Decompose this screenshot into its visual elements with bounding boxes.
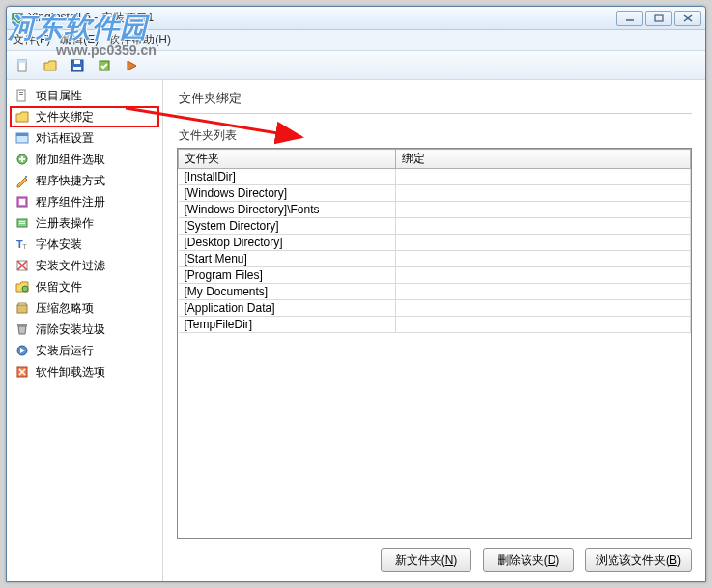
table-row[interactable]: [Windows Directory]\Fonts <box>179 202 691 218</box>
cell-folder: [Program Files] <box>179 267 396 284</box>
svg-rect-17 <box>16 133 28 136</box>
table-row[interactable]: [Windows Directory] <box>179 185 691 202</box>
sidebar-item-7[interactable]: TT字体安装 <box>11 235 158 254</box>
svg-rect-13 <box>17 90 25 101</box>
table-row[interactable]: [Start Menu] <box>179 251 691 267</box>
svg-rect-21 <box>25 176 27 178</box>
sidebar-item-icon <box>14 152 30 167</box>
sidebar-item-icon <box>14 194 30 210</box>
cell-binding <box>396 185 691 202</box>
table-row[interactable]: [TempFileDir] <box>179 317 691 333</box>
sidebar-item-label: 保留文件 <box>36 279 82 295</box>
sidebar-item-icon <box>14 300 30 316</box>
sidebar-item-label: 程序快捷方式 <box>36 173 105 189</box>
toolbar-run-icon[interactable] <box>121 55 142 76</box>
svg-rect-31 <box>17 324 27 326</box>
sidebar-item-label: 项目属性 <box>36 88 82 104</box>
sidebar-item-4[interactable]: 程序快捷方式 <box>11 171 158 190</box>
folder-table[interactable]: 文件夹 绑定 [InstallDir][Windows Directory][W… <box>177 148 692 539</box>
sidebar-item-icon: TT <box>14 237 30 252</box>
sidebar-item-13[interactable]: 软件卸载选项 <box>11 362 158 381</box>
list-label: 文件夹列表 <box>177 127 692 144</box>
cell-folder: [TempFileDir] <box>179 317 396 333</box>
cell-binding <box>396 251 691 267</box>
table-row[interactable]: [Application Data] <box>179 300 691 317</box>
table-row[interactable]: [Program Files] <box>179 267 691 284</box>
delete-folder-button[interactable]: 删除该夹(D) <box>483 548 574 572</box>
sidebar-item-1[interactable]: 文件夹绑定 <box>11 107 158 126</box>
svg-rect-7 <box>18 60 26 63</box>
browse-folder-button[interactable]: 浏览该文件夹(B) <box>585 548 692 572</box>
svg-rect-23 <box>19 199 25 205</box>
cell-binding <box>396 317 691 333</box>
toolbar-save-icon[interactable] <box>67 55 88 76</box>
toolbar-build-icon[interactable] <box>94 55 115 76</box>
sidebar-item-10[interactable]: 压缩忽略项 <box>11 298 158 318</box>
button-row: 新文件夹(N) 删除该夹(D) 浏览该文件夹(B) <box>177 539 692 572</box>
sidebar-item-12[interactable]: 安装后运行 <box>11 341 158 360</box>
sidebar-item-icon <box>14 258 30 273</box>
menu-edit[interactable]: 编辑(E) <box>60 32 99 48</box>
svg-rect-26 <box>19 223 25 224</box>
menu-file[interactable]: 文件(F) <box>13 32 50 48</box>
sidebar-item-icon <box>14 364 30 379</box>
sidebar-item-11[interactable]: 清除安装垃圾 <box>11 320 158 339</box>
sidebar-item-label: 清除安装垃圾 <box>36 322 105 338</box>
toolbar <box>7 51 705 80</box>
cell-folder: [My Documents] <box>179 284 396 300</box>
sidebar-item-9[interactable]: 保留文件 <box>11 277 158 296</box>
sidebar-item-icon <box>14 130 30 146</box>
svg-text:T: T <box>22 242 27 251</box>
toolbar-new-icon[interactable] <box>13 55 34 76</box>
toolbar-open-icon[interactable] <box>40 55 61 76</box>
svg-point-29 <box>22 286 28 292</box>
main-panel: 文件夹绑定 文件夹列表 文件夹 绑定 [InstallDir][Windows … <box>163 80 705 581</box>
col-folder[interactable]: 文件夹 <box>179 150 396 169</box>
sidebar-item-2[interactable]: 对话框设置 <box>11 128 158 148</box>
sidebar-item-0[interactable]: 项目属性 <box>11 86 158 105</box>
titlebar[interactable]: YingInstall 6 - 安装项目1 <box>7 7 705 30</box>
sidebar-item-icon <box>14 109 30 125</box>
cell-binding <box>396 300 691 317</box>
svg-rect-15 <box>19 94 23 95</box>
table-row[interactable]: [Desktop Directory] <box>179 235 691 251</box>
new-folder-button[interactable]: 新文件夹(N) <box>381 548 471 572</box>
cell-binding <box>396 267 691 284</box>
sidebar-item-icon <box>14 88 30 103</box>
sidebar-item-label: 安装后运行 <box>36 343 94 359</box>
page-title: 文件夹绑定 <box>177 90 692 113</box>
sidebar-item-label: 程序组件注册 <box>36 194 105 210</box>
table-row[interactable]: [System Directory] <box>179 218 691 235</box>
svg-rect-1 <box>14 14 21 16</box>
sidebar: 项目属性文件夹绑定对话框设置附加组件选取程序快捷方式程序组件注册注册表操作TT字… <box>7 80 163 581</box>
minimize-button[interactable] <box>616 11 643 26</box>
sidebar-item-3[interactable]: 附加组件选取 <box>11 150 158 169</box>
sidebar-item-icon <box>14 279 30 294</box>
col-binding[interactable]: 绑定 <box>396 150 691 169</box>
svg-rect-14 <box>19 92 23 93</box>
cell-folder: [System Directory] <box>179 218 396 235</box>
sidebar-item-icon <box>14 173 30 188</box>
maximize-button[interactable] <box>645 11 672 26</box>
sidebar-item-label: 软件卸载选项 <box>36 364 105 380</box>
sidebar-item-icon <box>14 343 30 358</box>
sidebar-item-label: 注册表操作 <box>36 215 94 232</box>
svg-rect-9 <box>74 60 80 64</box>
sidebar-item-label: 对话框设置 <box>36 130 94 147</box>
cell-folder: [Application Data] <box>179 300 396 317</box>
menu-help[interactable]: 软件帮助(H) <box>108 32 171 48</box>
divider <box>177 113 692 114</box>
cell-binding <box>396 202 691 218</box>
svg-rect-25 <box>19 221 25 222</box>
cell-folder: [Windows Directory]\Fonts <box>179 202 396 218</box>
close-button[interactable] <box>674 11 701 26</box>
table-row[interactable]: [InstallDir] <box>179 169 691 185</box>
sidebar-item-5[interactable]: 程序组件注册 <box>11 192 158 211</box>
sidebar-item-8[interactable]: 安装文件过滤 <box>11 256 158 275</box>
cell-folder: [Start Menu] <box>179 251 396 267</box>
window-title: YingInstall 6 - 安装项目1 <box>28 10 616 26</box>
svg-rect-30 <box>17 305 27 313</box>
table-row[interactable]: [My Documents] <box>179 284 691 300</box>
cell-binding <box>396 218 691 235</box>
sidebar-item-6[interactable]: 注册表操作 <box>11 213 158 233</box>
